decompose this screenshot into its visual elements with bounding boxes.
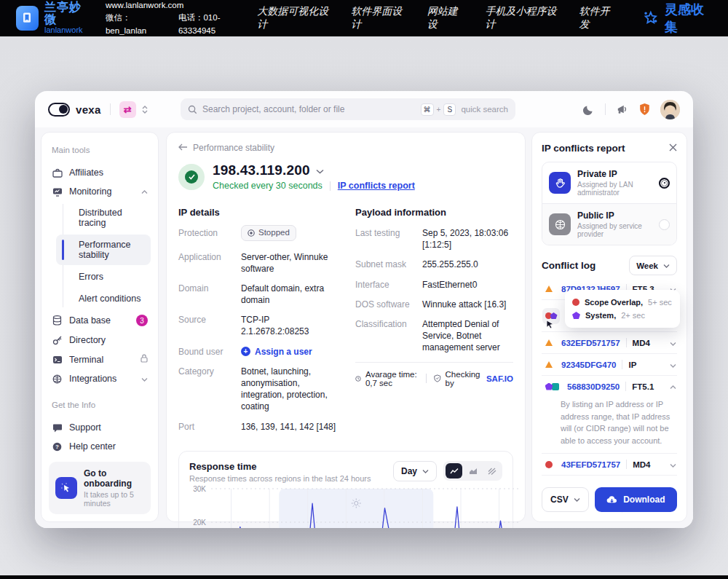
detail-label: Protection: [178, 227, 241, 243]
plus-icon: +: [241, 347, 250, 356]
banner-nav-bigdata[interactable]: 大数据可视化设计: [257, 5, 329, 31]
conflict-type: MD4: [633, 460, 650, 469]
app-logo-text[interactable]: vexa: [76, 103, 101, 116]
clock-icon: [355, 374, 361, 383]
banner-nav-website[interactable]: 网站建设: [427, 5, 464, 31]
banner-wechat: 微信：ben_lanlan: [106, 12, 165, 37]
tooltip-label: Scope Overlap,: [585, 298, 643, 307]
sidebar-subitem-errors[interactable]: Errors: [56, 267, 151, 287]
sidebar-subitem-performance-stability[interactable]: Performance stability: [56, 235, 151, 265]
search-input[interactable]: [202, 104, 421, 114]
workspace-switch-icon[interactable]: ⇄: [119, 101, 136, 118]
option-private-ip[interactable]: Private IP Assigned by LAN administrator: [542, 162, 676, 203]
breadcrumb[interactable]: Performance stability: [193, 143, 274, 153]
close-icon[interactable]: [669, 142, 677, 154]
detail-value: FastEthernet0: [422, 279, 477, 291]
bar-chart-type-button[interactable]: [483, 463, 500, 478]
announcements-icon[interactable]: [616, 103, 629, 115]
detail-value: 255.255.255.0: [422, 259, 478, 270]
ip-dropdown-chevron-icon[interactable]: [316, 164, 324, 177]
vexa-logo-icon[interactable]: [48, 103, 70, 117]
globe-icon: [549, 213, 571, 235]
integrations-icon: [52, 374, 63, 384]
chevron-down-icon[interactable]: [670, 361, 676, 369]
conflict-log-row[interactable]: 632EFD571757 MD4: [542, 332, 677, 354]
conflict-log-row[interactable]: 43FEFD571757 MD4: [542, 454, 677, 476]
divider: [626, 338, 627, 347]
divider: [625, 382, 626, 391]
scope-overlap-icon: [572, 299, 579, 306]
log-period-select[interactable]: Week: [629, 256, 677, 275]
onboarding-card[interactable]: Go to onboarding It takes up to 5 minute…: [49, 462, 151, 514]
banner-nav-software-ui[interactable]: 软件界面设计: [351, 5, 405, 31]
download-button[interactable]: Download: [595, 487, 677, 512]
conflict-id-link[interactable]: 92345DFG470: [561, 361, 616, 369]
saf-io-link[interactable]: SAF.IO: [486, 374, 513, 383]
csv-format-select[interactable]: CSV: [542, 487, 589, 512]
global-search[interactable]: ⌘ + S quick search: [181, 98, 515, 120]
area-chart-type-button[interactable]: [464, 463, 481, 478]
sidebar-subitem-distributed-tracing[interactable]: Distributed tracing: [56, 202, 151, 233]
tooltip-label: System,: [585, 311, 616, 320]
header-divider: [605, 103, 606, 115]
period-select[interactable]: Day: [393, 461, 437, 481]
chevron-down-icon[interactable]: [670, 339, 676, 347]
inspiration-collect-button[interactable]: 灵感收集: [643, 1, 712, 36]
sidebar-item-directory[interactable]: Directory: [49, 331, 151, 350]
chevron-down-icon: [141, 374, 148, 384]
user-avatar[interactable]: [660, 100, 680, 119]
cursor-pointer-icon: [546, 320, 554, 331]
conflict-id-link[interactable]: 568830D9250: [567, 382, 620, 391]
search-icon: [188, 105, 197, 114]
sidebar-item-database[interactable]: Data base 3: [49, 310, 151, 331]
conflict-log-row-expanded[interactable]: 568830D9250 FT5.1: [542, 376, 677, 397]
sidebar-item-label: Support: [69, 422, 148, 433]
conflict-log-row-hovered[interactable]: Scope Overlap, 5+ sec System, 2+ sec: [542, 300, 677, 332]
cmd-keycap: ⌘: [421, 103, 434, 116]
response-time-chart-card: Response time Response times across regi…: [178, 451, 513, 528]
brand-chinese: 兰亭妙微: [44, 1, 90, 26]
shortcut-hint: quick search: [461, 105, 508, 114]
back-arrow-icon[interactable]: [178, 143, 188, 153]
chevron-up-icon[interactable]: [670, 382, 676, 391]
chevron-down-icon[interactable]: [670, 460, 676, 469]
option-public-ip[interactable]: Public IP Assigned by service provider: [542, 203, 676, 245]
database-count-badge: 3: [136, 315, 148, 326]
conflict-log-row[interactable]: 92345DFG470 IP: [542, 354, 677, 376]
ip-conflicts-report-link[interactable]: IP conflicts report: [338, 181, 415, 191]
sidebar-item-label: Directory: [69, 335, 148, 345]
panel-title: IP conflicts report: [542, 143, 625, 154]
conflict-id-link[interactable]: 632EFD571757: [561, 339, 620, 347]
protection-status-badge: Stopped: [241, 225, 296, 241]
conflict-type: FT5.1: [632, 382, 654, 391]
sidebar-subitem-alert-conditions[interactable]: Alert conditions: [56, 288, 151, 309]
dark-mode-moon-icon[interactable]: [582, 103, 595, 116]
security-alert-shield-icon[interactable]: [638, 103, 651, 116]
sidebar-item-label: Monitoring: [69, 186, 135, 197]
briefcase-icon: [52, 168, 63, 178]
line-chart-type-button[interactable]: [446, 463, 462, 478]
response-time-chart[interactable]: 8 PM11 PM2 AM5 AM8 AM11 AM2 PM5 PM010K20…: [189, 483, 523, 528]
chart-subtitle: Response times across regions in the las…: [189, 474, 371, 483]
sidebar-item-integrations[interactable]: Integrations: [49, 369, 151, 388]
option-title: Private IP: [577, 169, 652, 179]
assign-user-link[interactable]: +Assign a user: [241, 346, 312, 358]
terminal-icon: [52, 355, 63, 364]
sidebar-item-terminal[interactable]: Terminal: [49, 350, 151, 369]
onboarding-title: Go to onboarding: [84, 468, 144, 489]
sidebar-item-affiliates[interactable]: Affiliates: [49, 163, 151, 182]
svg-text:20K: 20K: [193, 518, 206, 526]
sidebar-item-label: Integrations: [69, 374, 135, 384]
conflict-log-title: Conflict log: [542, 260, 596, 271]
workspace-expand-icon[interactable]: [142, 106, 148, 114]
sidebar-item-monitoring[interactable]: Monitoring: [49, 182, 151, 201]
radio-selected[interactable]: [659, 178, 670, 189]
banner-nav-mobile[interactable]: 手机及小程序设计: [485, 5, 557, 31]
radio-unselected[interactable]: [659, 219, 670, 230]
chart-type-switcher: [443, 461, 502, 481]
conflict-id-link[interactable]: 43FEFD571757: [561, 460, 620, 469]
sidebar-item-help-center[interactable]: ? Help center: [49, 437, 151, 456]
banner-nav-dev[interactable]: 软件开发: [579, 5, 616, 31]
sidebar-item-support[interactable]: Support: [49, 418, 151, 437]
collect-label: 灵感收集: [665, 1, 712, 36]
